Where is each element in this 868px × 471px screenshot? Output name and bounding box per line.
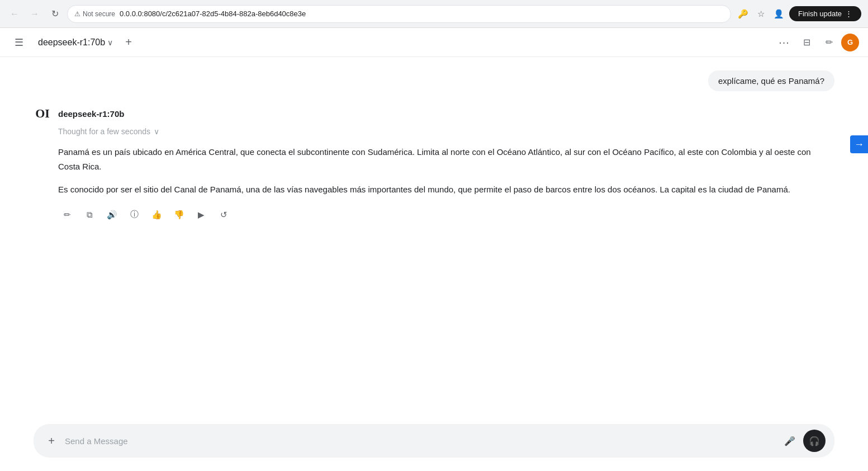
ai-paragraph-2: Es conocido por ser el sitio del Canal d…	[58, 182, 834, 197]
new-chat-button[interactable]: +	[120, 34, 137, 51]
profile-icon: 👤	[774, 9, 784, 19]
more-options-button[interactable]: ···	[774, 32, 794, 53]
thumbup-button[interactable]: 👍	[148, 206, 165, 224]
mic-icon: 🎤	[784, 436, 795, 446]
model-name-label: deepseek-r1:70b	[38, 37, 105, 48]
play-icon: ▶	[198, 210, 205, 220]
not-secure-label: Not secure	[83, 10, 115, 18]
right-arrow-icon: →	[854, 139, 864, 150]
address-bar[interactable]: ⚠ Not secure 0.0.0.0:8080/c/2c621a07-82d…	[67, 5, 731, 23]
finish-update-chevron-icon: ⋮	[845, 10, 852, 18]
chevron-down-icon: ∨	[107, 38, 113, 47]
user-message-text: explícame, qué es Panamá?	[718, 76, 824, 86]
input-area: + 🎤 🎧	[0, 417, 868, 471]
browser-bar: ← → ↻ ⚠ Not secure 0.0.0.0:8080/c/2c621a…	[0, 0, 868, 28]
app-bar-right: ··· ⊟ ✏ G	[774, 32, 859, 53]
regenerate-button[interactable]: ↺	[215, 206, 233, 224]
password-icon: 🔑	[738, 9, 748, 19]
bookmark-button[interactable]: ☆	[753, 6, 769, 22]
refresh-icon: ↻	[51, 8, 59, 19]
speaker-icon: 🔊	[107, 210, 117, 220]
more-vert-icon: ···	[779, 36, 790, 49]
ai-paragraph-1: Panamá es un país ubicado en América Cen…	[58, 145, 834, 173]
hamburger-button[interactable]: ☰	[9, 32, 29, 53]
user-message-bubble: explícame, qué es Panamá?	[708, 70, 834, 91]
input-plus-icon: +	[48, 435, 55, 448]
info-button[interactable]: ⓘ	[125, 206, 143, 224]
thought-row[interactable]: Thought for a few seconds ∨	[58, 127, 834, 136]
speaker-button[interactable]: 🔊	[103, 206, 121, 224]
ai-header: OI deepseek-r1:70b	[34, 105, 834, 123]
profile-button[interactable]: 👤	[771, 6, 787, 22]
settings-button[interactable]: ⊟	[796, 32, 817, 53]
floating-right-button[interactable]: →	[850, 135, 868, 153]
ai-content: Panamá es un país ubicado en América Cen…	[58, 145, 834, 197]
warning-icon: ⚠	[74, 10, 80, 18]
url-text: 0.0.0.0:8080/c/2c621a07-82d5-4b84-882a-8…	[120, 10, 306, 18]
forward-button[interactable]: →	[27, 6, 42, 22]
headphone-icon: 🎧	[809, 436, 820, 446]
forward-icon: →	[30, 9, 39, 19]
plus-icon: +	[125, 36, 132, 49]
chat-main: explícame, qué es Panamá? → OI deepseek-…	[0, 57, 868, 417]
copy-button[interactable]: ⧉	[80, 206, 98, 224]
action-row: ✏ ⧉ 🔊 ⓘ 👍 👎 ▶ ↺	[58, 206, 834, 224]
info-icon: ⓘ	[130, 209, 139, 220]
thought-text: Thought for a few seconds	[58, 127, 150, 136]
refresh-button[interactable]: ↻	[47, 6, 63, 22]
copy-icon: ⧉	[87, 210, 93, 220]
edit-icon: ✏	[826, 37, 833, 48]
model-selector[interactable]: deepseek-r1:70b ∨	[34, 35, 117, 50]
pencil-icon: ✏	[64, 210, 71, 220]
input-add-button[interactable]: +	[42, 432, 60, 450]
thumbdown-button[interactable]: 👎	[170, 206, 188, 224]
app-bar: ☰ deepseek-r1:70b ∨ + ··· ⊟ ✏ G	[0, 28, 868, 57]
finish-update-button[interactable]: Finish update ⋮	[789, 6, 861, 21]
edit-button[interactable]: ✏	[819, 32, 839, 53]
hamburger-icon: ☰	[15, 36, 23, 49]
send-button[interactable]: 🎧	[803, 430, 826, 452]
avatar-initial: G	[847, 38, 853, 46]
input-container: + 🎤 🎧	[34, 424, 834, 458]
thumbup-icon: 👍	[151, 210, 162, 220]
edit-response-button[interactable]: ✏	[58, 206, 76, 224]
thought-chevron-icon[interactable]: ∨	[154, 127, 159, 136]
tune-icon: ⊟	[803, 37, 810, 48]
password-icon-button[interactable]: 🔑	[736, 6, 751, 22]
back-icon: ←	[10, 9, 19, 19]
refresh-icon: ↺	[220, 210, 227, 220]
thumbdown-icon: 👎	[174, 210, 184, 220]
star-icon: ☆	[757, 9, 765, 19]
play-button[interactable]: ▶	[192, 206, 210, 224]
mic-button[interactable]: 🎤	[781, 432, 799, 450]
ai-response-container: OI deepseek-r1:70b Thought for a few sec…	[0, 96, 868, 233]
ai-name-label: deepseek-r1:70b	[58, 109, 124, 119]
back-button[interactable]: ←	[7, 6, 22, 22]
browser-actions: 🔑 ☆ 👤 Finish update ⋮	[736, 6, 861, 22]
finish-update-label: Finish update	[798, 10, 842, 18]
avatar[interactable]: G	[841, 34, 859, 51]
not-secure-indicator: ⚠ Not secure	[74, 10, 115, 18]
ai-logo: OI	[34, 105, 51, 123]
message-input[interactable]	[65, 436, 776, 446]
user-message-container: explícame, qué es Panamá?	[0, 57, 868, 96]
ai-logo-text: OI	[35, 106, 50, 121]
